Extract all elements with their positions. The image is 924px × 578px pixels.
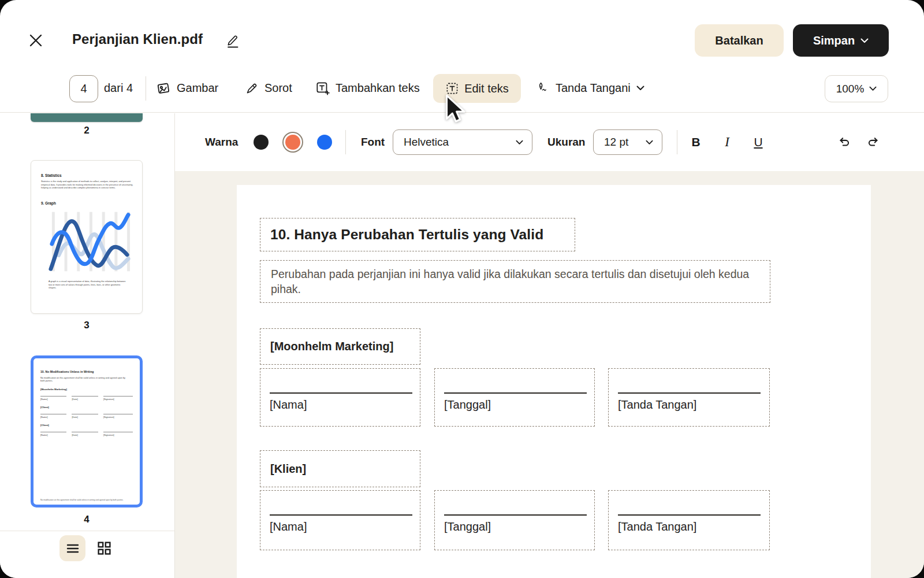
- close-icon[interactable]: [28, 32, 44, 49]
- editable-party2-box[interactable]: [Klien]: [260, 450, 420, 487]
- underline-button[interactable]: U: [748, 113, 768, 171]
- chevron-down-icon: [636, 86, 644, 91]
- grid-icon: [98, 542, 111, 555]
- redo-icon[interactable]: [866, 135, 881, 150]
- divider: [0, 531, 175, 531]
- divider: [345, 130, 346, 154]
- page2-thumbnail-partial[interactable]: [31, 113, 143, 122]
- page3-number: 3: [31, 320, 143, 331]
- divider: [146, 76, 146, 101]
- editable-party1-box[interactable]: [Moonhelm Marketing]: [260, 328, 420, 365]
- thumb4-date-label: [Date]: [72, 433, 98, 436]
- thumb4-heading: 10. No Modifications Unless in Writing: [40, 370, 133, 373]
- image-tool-label: Gambar: [177, 81, 218, 95]
- page-thumbnails-sidebar: 2 8. Statistics Statistics is the study …: [0, 113, 175, 578]
- chevron-down-icon: [860, 38, 869, 43]
- thumb4-date-label: [Date]: [72, 398, 98, 401]
- tools-row: 4 dari 4 Gambar: [0, 64, 924, 113]
- editable-signature-box-name-2[interactable]: [Nama]: [260, 490, 420, 550]
- sign-tool-button[interactable]: Tanda Tangani: [536, 64, 644, 113]
- date-label: [Tanggal]: [444, 520, 491, 533]
- thumb4-signature-row: [Name] [Date] [Signature]: [40, 414, 133, 418]
- color-swatch-blue[interactable]: [317, 135, 332, 150]
- list-icon: [66, 544, 79, 553]
- format-bar: Warna Font Helvetica Ukuran 12 pt B I U: [175, 113, 924, 171]
- page4-thumbnail-selected[interactable]: 10. No Modifications Unless in Writing N…: [31, 355, 143, 507]
- sign-tool-label: Tanda Tangani: [556, 81, 631, 95]
- color-swatch-black[interactable]: [254, 135, 269, 150]
- thumb4-name-label: [Name]: [40, 416, 66, 418]
- thumb4-name-label: [Name]: [40, 398, 66, 401]
- editable-signature-box-signature-2[interactable]: [Tanda Tangan]: [608, 490, 770, 550]
- thumb4-party3: [Client]: [40, 424, 133, 427]
- thumb4-name-label: [Name]: [40, 433, 66, 436]
- editable-signature-box-name-1[interactable]: [Nama]: [260, 368, 420, 427]
- color-label: Warna: [205, 113, 238, 171]
- fountain-pen-squiggle-icon: [536, 81, 550, 95]
- thumb3-graph-caption: A graph is a visual representation of da…: [49, 280, 127, 290]
- thumb3-heading-statistics: 8. Statistics: [41, 173, 62, 177]
- thumb4-party2: [Client]: [40, 406, 133, 409]
- editable-signature-box-date-1[interactable]: [Tanggal]: [434, 368, 595, 427]
- pdf-page-4: 10. Hanya Perubahan Tertulis yang Valid …: [237, 185, 871, 578]
- zoom-level-value: 100%: [836, 83, 865, 95]
- editable-paragraph-box[interactable]: Perubahan pada perjanjian ini hanya vali…: [260, 260, 770, 303]
- page-number-input[interactable]: 4: [69, 75, 98, 102]
- document-canvas: 10. Hanya Perubahan Tertulis yang Valid …: [175, 171, 924, 578]
- undo-icon[interactable]: [837, 135, 852, 150]
- bold-button[interactable]: B: [686, 113, 706, 171]
- chevron-down-icon: [869, 86, 877, 91]
- thumb3-heading-graph: 9. Graph: [41, 201, 56, 205]
- size-select[interactable]: 12 pt: [593, 129, 662, 155]
- thumb4-date-label: [Date]: [72, 416, 98, 418]
- date-label: [Tanggal]: [444, 398, 491, 412]
- thumb4-signature-label: [Signature]: [103, 433, 133, 436]
- size-select-value: 12 pt: [594, 136, 628, 149]
- thumb4-signature-row: [Name] [Date] [Signature]: [40, 432, 133, 436]
- size-label: Ukuran: [547, 113, 585, 171]
- rename-pencil-icon[interactable]: [226, 34, 239, 47]
- font-select[interactable]: Helvetica: [393, 129, 532, 155]
- font-select-value: Helvetica: [393, 136, 449, 149]
- editable-heading-box[interactable]: 10. Hanya Perubahan Tertulis yang Valid: [260, 218, 575, 251]
- signature-label: [Tanda Tangan]: [618, 398, 696, 412]
- thumb4-signature-label: [Signature]: [103, 398, 133, 401]
- highlight-tool-label: Sorot: [264, 81, 292, 95]
- editable-signature-box-signature-1[interactable]: [Tanda Tangan]: [608, 368, 770, 427]
- marker-pen-icon: [245, 81, 259, 95]
- color-swatch-orange-selected[interactable]: [285, 135, 300, 150]
- font-label: Font: [361, 113, 385, 171]
- thumb4-signature-label: [Signature]: [103, 416, 133, 418]
- cancel-button[interactable]: Batalkan: [695, 24, 784, 57]
- document-title: Perjanjian Klien.pdf: [72, 31, 203, 47]
- list-view-button-active[interactable]: [59, 535, 85, 561]
- name-label: [Nama]: [270, 520, 307, 533]
- divider: [677, 130, 677, 154]
- page4-number: 4: [31, 514, 143, 525]
- edit-text-tool-button-active[interactable]: Edit teks: [433, 74, 521, 103]
- italic-button[interactable]: I: [717, 113, 737, 171]
- save-button[interactable]: Simpan: [793, 24, 889, 57]
- editable-signature-box-date-2[interactable]: [Tanggal]: [434, 490, 595, 550]
- page-total-label: dari 4: [104, 64, 133, 113]
- dashed-boxed-T-icon: [445, 81, 459, 95]
- page3-thumbnail[interactable]: 8. Statistics Statistics is the study an…: [31, 160, 143, 314]
- thumb4-footer: No modification on this agreement shall …: [40, 499, 133, 501]
- thumb4-body: No modification on this agreement shall …: [40, 376, 127, 383]
- image-tool-button[interactable]: Gambar: [156, 64, 218, 113]
- thumb4-party1: [Moonhelm Marketing]: [40, 388, 133, 391]
- grid-view-button[interactable]: [91, 535, 117, 561]
- pdf-editor-window: Perjanjian Klien.pdf Batalkan Simpan 4 d…: [0, 0, 924, 578]
- page3-chart-thumbnail: [47, 209, 133, 274]
- name-label: [Nama]: [270, 398, 307, 412]
- page2-number: 2: [31, 125, 143, 136]
- thumb4-signature-row: [Name] [Date] [Signature]: [40, 396, 133, 401]
- photo-icon: [156, 81, 171, 96]
- thumb3-statistics-text: Statistics is the study and application …: [41, 180, 133, 190]
- edit-text-tool-label: Edit teks: [464, 82, 509, 95]
- highlight-tool-button[interactable]: Sorot: [245, 64, 292, 113]
- boxed-T-plus-icon: [315, 81, 330, 95]
- add-text-tool-label: Tambahkan teks: [336, 81, 420, 95]
- add-text-tool-button[interactable]: Tambahkan teks: [315, 64, 420, 113]
- zoom-level-dropdown[interactable]: 100%: [825, 75, 888, 102]
